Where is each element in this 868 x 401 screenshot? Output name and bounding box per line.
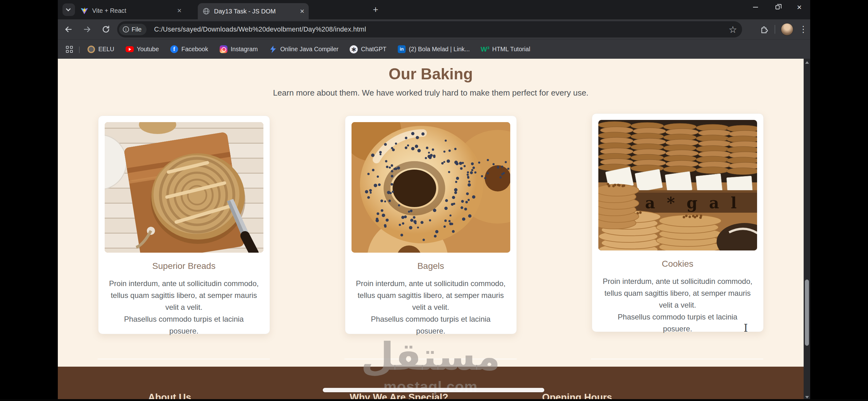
bookmark-star-icon[interactable]: ☆ (728, 24, 737, 35)
bookmark-facebook[interactable]: f Facebook (170, 45, 208, 54)
toolbar-separator (775, 25, 775, 34)
extensions-icon[interactable] (760, 25, 769, 34)
bookmarks-separator: | (79, 45, 80, 54)
card-text: Proin interdum, ante ut sollicitudin com… (598, 275, 757, 335)
scrollbar[interactable] (804, 59, 810, 401)
reload-icon (101, 25, 111, 34)
scrollbar-thumb[interactable] (805, 279, 809, 346)
toolbar-right: ⋮ (760, 23, 808, 36)
eelu-icon (88, 45, 95, 53)
bookmarks-bar: | EELU Youtube f Facebook Instagram Onli… (58, 39, 810, 59)
bookmark-chatgpt[interactable]: ∗ ChatGPT (350, 45, 386, 54)
bookmark-html-tutorial[interactable]: W³ HTML Tutorial (481, 45, 530, 54)
address-bar[interactable]: i File C:/Users/sayed/Downloads/Web%20de… (117, 21, 742, 37)
tab-search-button[interactable] (62, 3, 75, 16)
svg-text:a * g a l: a * g a l (645, 194, 740, 212)
site-info-chip[interactable]: i File (119, 24, 147, 35)
new-tab-button[interactable]: + (370, 4, 381, 16)
watermark-logo: مستقل (361, 338, 500, 376)
reload-button[interactable] (99, 23, 113, 36)
tab-strip: Vite + React × Day13 Task - JS DOM × + × (58, 0, 810, 20)
chatgpt-icon: ∗ (350, 45, 358, 54)
url-text[interactable]: C:/Users/sayed/Downloads/Web%20devolbmen… (154, 26, 366, 33)
divider-line (591, 359, 763, 360)
tab-title: Vite + React (92, 7, 174, 14)
tab-day13-task[interactable]: Day13 Task - JS DOM × (198, 3, 309, 20)
facebook-icon: f (170, 45, 178, 53)
tab-vite-react[interactable]: Vite + React × (76, 3, 186, 18)
card-title: Superior Breads (105, 261, 264, 271)
text-cursor: I (744, 322, 748, 334)
scroll-up-arrow[interactable] (805, 61, 809, 64)
divider-line (97, 359, 270, 360)
watermark-domain: mostaql.com (384, 378, 478, 395)
youtube-icon (126, 46, 134, 52)
browser-window: Vite + React × Day13 Task - JS DOM × + × (58, 0, 810, 401)
cookies-image: a * g a l (598, 120, 757, 250)
restore-icon (776, 5, 780, 9)
minimize-icon (753, 7, 758, 7)
close-button[interactable]: × (788, 0, 810, 14)
minimize-button[interactable] (745, 0, 767, 14)
restore-button[interactable] (767, 0, 788, 14)
info-icon: i (123, 26, 129, 32)
card-title: Cookies (598, 259, 757, 269)
scroll-down-arrow[interactable] (805, 396, 809, 399)
card-bagels: Bagels Proin interdum, ante ut sollicitu… (345, 115, 517, 334)
apps-grid-icon[interactable] (66, 46, 73, 53)
page-subtitle: Learn more about them. We have worked tr… (58, 88, 804, 98)
bookmark-youtube[interactable]: Youtube (126, 45, 159, 54)
cards-row: Superior Breads Proin interdum, ante ut … (58, 115, 804, 334)
bookmark-java-compiler[interactable]: Online Java Compiler (269, 45, 338, 54)
w3schools-icon: W³ (480, 45, 489, 54)
forward-button[interactable] (80, 23, 94, 36)
card-text: Proin interdum, ante ut sollicitudin com… (351, 278, 510, 337)
tab-close-icon[interactable]: × (300, 7, 304, 15)
vite-icon (80, 6, 88, 15)
bookmark-linkedin[interactable]: in (2) Bola Melad | Link... (398, 45, 470, 54)
card-superior-breads: Superior Breads Proin interdum, ante ut … (98, 115, 270, 334)
instagram-icon (220, 45, 227, 53)
back-button[interactable] (62, 23, 75, 36)
back-icon (64, 25, 73, 34)
menu-dots-icon[interactable]: ⋮ (799, 25, 808, 34)
bread-image (105, 122, 264, 253)
profile-avatar[interactable] (781, 23, 793, 36)
video-scrubber-bar (323, 388, 544, 392)
java-compiler-icon (269, 45, 277, 54)
toolbar: i File C:/Users/sayed/Downloads/Web%20de… (58, 20, 810, 39)
linkedin-icon: in (398, 45, 406, 53)
card-title: Bagels (351, 261, 510, 271)
page-title: Our Baking (58, 65, 804, 83)
bookmark-instagram[interactable]: Instagram (219, 45, 258, 54)
tab-title: Day13 Task - JS DOM (214, 8, 297, 15)
bagel-image (351, 122, 510, 253)
bookmark-eelu[interactable]: EELU (87, 45, 114, 54)
window-controls: × (745, 0, 810, 14)
card-cookies: a * g a l Cookies Proin interdum, ante u… (592, 113, 764, 332)
tab-close-icon[interactable]: × (177, 7, 182, 14)
chevron-down-icon (66, 6, 71, 11)
file-badge: File (131, 26, 142, 33)
letterbox-bar (0, 399, 868, 401)
page-viewport: Our Baking Learn more about them. We hav… (58, 59, 810, 401)
forward-icon (83, 25, 92, 34)
globe-icon (202, 7, 210, 15)
card-text: Proin interdum, ante ut sollicitudin com… (105, 278, 264, 337)
